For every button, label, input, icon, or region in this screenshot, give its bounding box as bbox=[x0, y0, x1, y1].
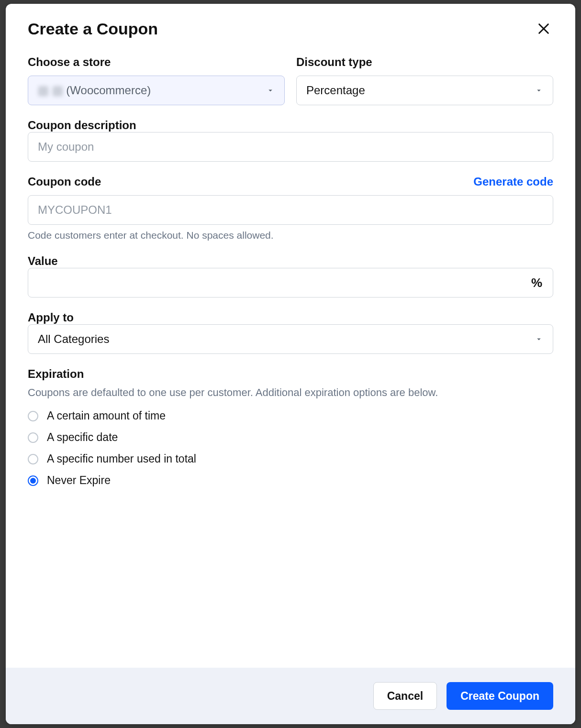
discount-type-field: Discount type Percentage bbox=[296, 55, 553, 105]
apply-to-label: Apply to bbox=[28, 311, 74, 324]
modal-footer: Cancel Create Coupon bbox=[6, 668, 575, 724]
store-select[interactable]: ▧ ▧ (Woocommerce) bbox=[28, 76, 285, 105]
expiration-option-label: Never Expire bbox=[47, 474, 111, 487]
value-input[interactable] bbox=[28, 268, 521, 297]
discount-type-select[interactable]: Percentage bbox=[296, 76, 553, 105]
description-input[interactable] bbox=[28, 132, 553, 162]
apply-to-value: All Categories bbox=[38, 332, 109, 346]
radio-icon bbox=[28, 432, 38, 443]
chevron-down-icon bbox=[535, 86, 543, 95]
store-field: Choose a store ▧ ▧ (Woocommerce) bbox=[28, 55, 285, 105]
code-input[interactable] bbox=[28, 195, 553, 225]
expiration-option[interactable]: Never Expire bbox=[28, 474, 553, 487]
value-suffix: % bbox=[521, 276, 553, 290]
radio-icon bbox=[28, 411, 38, 421]
value-field: Value % bbox=[28, 254, 553, 298]
code-help-text: Code customers enter at checkout. No spa… bbox=[28, 230, 553, 241]
expiration-section: Expiration Coupons are defaulted to one … bbox=[28, 367, 553, 487]
radio-icon bbox=[28, 454, 38, 464]
modal-title: Create a Coupon bbox=[28, 20, 158, 38]
code-label: Coupon code bbox=[28, 175, 101, 188]
apply-to-select[interactable]: All Categories bbox=[28, 324, 553, 354]
expiration-option[interactable]: A certain amount of time bbox=[28, 409, 553, 422]
chevron-down-icon bbox=[535, 335, 543, 343]
close-button[interactable] bbox=[534, 19, 553, 38]
description-field: Coupon description bbox=[28, 119, 553, 162]
apply-to-field: Apply to All Categories bbox=[28, 311, 553, 354]
store-platform: (Woocommerce) bbox=[66, 84, 151, 97]
expiration-option[interactable]: A specific date bbox=[28, 431, 553, 444]
expiration-option-label: A certain amount of time bbox=[47, 409, 166, 422]
store-name-blurred: ▧ ▧ bbox=[38, 84, 63, 97]
value-input-wrap: % bbox=[28, 268, 553, 298]
create-coupon-modal: Create a Coupon Choose a store ▧ ▧ (Wooc… bbox=[6, 4, 575, 724]
expiration-options: A certain amount of timeA specific dateA… bbox=[28, 409, 553, 487]
expiration-option-label: A specific date bbox=[47, 431, 118, 444]
code-field: Coupon code Generate code Code customers… bbox=[28, 175, 553, 241]
description-label: Coupon description bbox=[28, 119, 136, 132]
expiration-label: Expiration bbox=[28, 367, 553, 381]
discount-type-value: Percentage bbox=[306, 84, 365, 97]
generate-code-link[interactable]: Generate code bbox=[473, 175, 553, 188]
create-coupon-button[interactable]: Create Coupon bbox=[447, 682, 553, 710]
modal-header: Create a Coupon bbox=[28, 19, 553, 38]
expiration-subtext: Coupons are defaulted to one use per cus… bbox=[28, 386, 553, 399]
radio-icon bbox=[28, 475, 38, 486]
store-label: Choose a store bbox=[28, 55, 285, 69]
expiration-option-label: A specific number used in total bbox=[47, 452, 196, 465]
value-label: Value bbox=[28, 254, 58, 267]
chevron-down-icon bbox=[266, 86, 275, 95]
cancel-button[interactable]: Cancel bbox=[373, 682, 437, 710]
modal-body: Create a Coupon Choose a store ▧ ▧ (Wooc… bbox=[6, 4, 575, 668]
expiration-option[interactable]: A specific number used in total bbox=[28, 452, 553, 465]
close-icon bbox=[537, 22, 550, 35]
store-select-value: ▧ ▧ (Woocommerce) bbox=[38, 84, 151, 97]
discount-type-label: Discount type bbox=[296, 55, 553, 69]
